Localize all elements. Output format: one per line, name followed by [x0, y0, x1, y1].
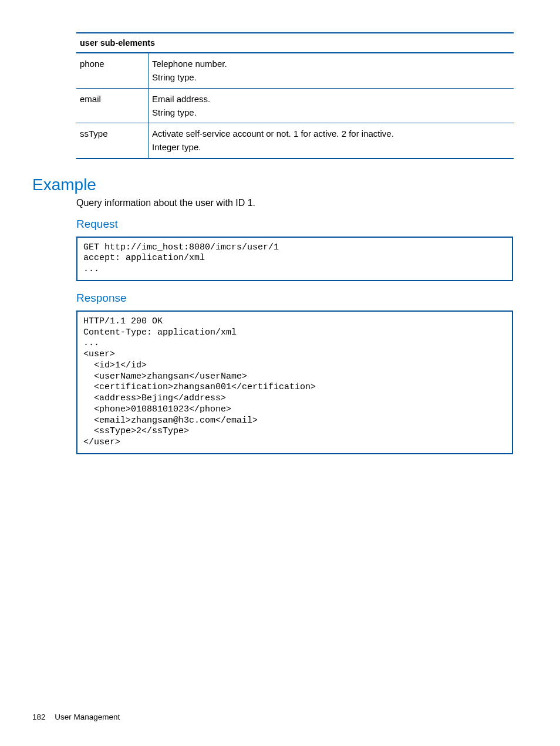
- response-code: HTTP/1.1 200 OK Content-Type: applicatio…: [76, 310, 513, 454]
- row-desc: Telephone number. String type.: [149, 53, 514, 88]
- row-name: phone: [76, 53, 149, 88]
- row-desc: Activate self-service account or not. 1 …: [149, 123, 514, 158]
- desc-line: Telephone number.: [152, 59, 227, 69]
- response-heading: Response: [76, 292, 513, 305]
- table-row: ssType Activate self-service account or …: [76, 123, 514, 158]
- request-heading: Request: [76, 218, 513, 231]
- table-header: user sub-elements: [76, 33, 514, 53]
- page-number: 182: [32, 713, 46, 721]
- row-name: ssType: [76, 123, 149, 158]
- table-row: email Email address. String type.: [76, 88, 514, 123]
- page-footer: 182 User Management: [32, 713, 120, 721]
- desc-line: String type.: [152, 107, 197, 117]
- example-intro: Query information about the user with ID…: [76, 198, 513, 208]
- page: user sub-elements phone Telephone number…: [0, 0, 560, 746]
- request-code: GET http://imc_host:8080/imcrs/user/1 ac…: [76, 237, 513, 281]
- desc-line: Email address.: [152, 94, 210, 104]
- sub-elements-table: user sub-elements phone Telephone number…: [76, 32, 514, 159]
- example-heading: Example: [32, 175, 513, 194]
- desc-line: Activate self-service account or not. 1 …: [152, 129, 394, 139]
- desc-line: String type.: [152, 72, 197, 82]
- row-name: email: [76, 88, 149, 123]
- row-desc: Email address. String type.: [149, 88, 514, 123]
- chapter-name: User Management: [55, 713, 120, 721]
- desc-line: Integer type.: [152, 142, 201, 152]
- table-row: phone Telephone number. String type.: [76, 53, 514, 88]
